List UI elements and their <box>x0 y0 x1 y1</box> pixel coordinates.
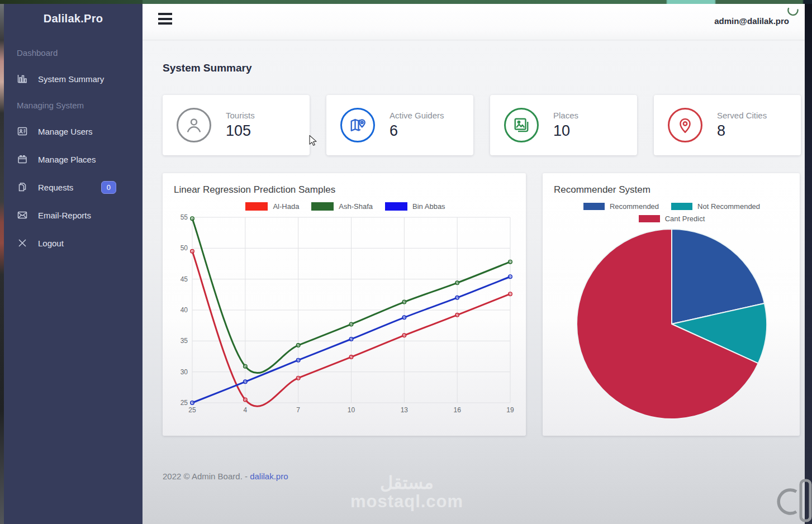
charts-row: Linear Regression Prediction Samples Al-… <box>163 173 805 436</box>
page-title: System Summary <box>163 62 805 74</box>
brand-logo: Dalilak.Pro <box>4 4 143 25</box>
svg-text:4: 4 <box>243 406 247 414</box>
pie-chart-card: Recommender System RecommendedNot Recomm… <box>543 173 800 436</box>
legend-swatch <box>245 202 268 211</box>
hamburger-menu-icon[interactable] <box>158 13 172 27</box>
requests-count-badge: 0 <box>101 181 116 194</box>
legend-swatch <box>311 202 334 211</box>
stat-label: Served Cities <box>717 111 767 120</box>
stat-value: 8 <box>717 122 767 140</box>
footer-link[interactable]: dalilak.pro <box>250 471 288 481</box>
legend-item[interactable]: Cant Predict <box>639 215 705 223</box>
sidebar-item-email-reports[interactable]: Email-Reports <box>4 201 143 229</box>
line-chart-svg: 25303540455055254710131619 <box>174 211 516 418</box>
sidebar: Dalilak.Pro Dashboard System Summary Man… <box>4 4 143 524</box>
line-chart-legend: Al-HadaAsh-ShafaBin Abbas <box>174 202 517 211</box>
user-email[interactable]: admin@dalilak.pro <box>714 16 789 26</box>
svg-text:7: 7 <box>296 406 300 414</box>
cl-watermark-logo <box>772 477 812 524</box>
dashboard-screen: Dalilak.Pro Dashboard System Summary Man… <box>0 0 812 524</box>
stat-label: Active Guiders <box>390 111 444 120</box>
svg-text:50: 50 <box>181 244 188 252</box>
right-edge-strip <box>805 0 812 524</box>
person-icon <box>177 108 211 142</box>
top-edge-strip <box>0 0 812 4</box>
svg-text:25: 25 <box>181 399 188 407</box>
sidebar-item-manage-users[interactable]: Manage Users <box>4 117 143 145</box>
legend-label: Al-Hada <box>273 202 299 211</box>
close-icon <box>17 237 28 249</box>
map-icon <box>340 108 375 142</box>
pie-chart-svg <box>554 223 790 424</box>
legend-swatch <box>639 215 660 222</box>
pin-icon <box>668 108 702 142</box>
places-icon <box>17 154 28 165</box>
sidebar-item-label: Manage Places <box>38 155 96 164</box>
images-icon <box>504 108 539 142</box>
legend-swatch <box>385 202 407 211</box>
stats-row: Tourists 105 Active Guiders 6 <box>163 95 805 155</box>
pie-chart-title: Recommender System <box>554 184 790 196</box>
stat-value: 105 <box>226 122 255 140</box>
svg-text:30: 30 <box>181 368 188 376</box>
sidebar-item-requests[interactable]: Requests 0 <box>4 173 143 201</box>
sidebar-item-label: Logout <box>38 239 64 248</box>
sidebar-item-label: System Summary <box>38 74 104 84</box>
envelope-icon <box>17 209 28 221</box>
stat-label: Tourists <box>226 111 255 120</box>
stat-card-active-guiders: Active Guiders 6 <box>326 95 473 155</box>
legend-label: Recommended <box>610 202 659 211</box>
svg-text:40: 40 <box>181 306 188 314</box>
svg-text:16: 16 <box>453 406 461 414</box>
sidebar-section-managing-system: Managing System <box>4 93 143 117</box>
legend-item[interactable]: Bin Abbas <box>385 202 445 211</box>
legend-label: Bin Abbas <box>412 202 445 211</box>
line-chart-title: Linear Regression Prediction Samples <box>174 184 517 196</box>
legend-label: Not Recommended <box>697 202 760 211</box>
stat-card-places: Places 10 <box>490 95 637 155</box>
legend-item[interactable]: Not Recommended <box>671 202 760 211</box>
stat-value: 10 <box>553 122 578 140</box>
sidebar-nav: Dashboard System Summary Managing System… <box>4 40 143 257</box>
svg-text:25: 25 <box>188 406 196 414</box>
legend-label: Ash-Shafa <box>339 202 373 211</box>
users-icon <box>17 126 28 137</box>
footer-text: 2022 © Admin Board. - <box>163 471 248 481</box>
stat-card-served-cities: Served Cities 8 <box>654 95 801 155</box>
sidebar-item-system-summary[interactable]: System Summary <box>4 65 143 93</box>
topbar: admin@dalilak.pro <box>143 4 805 40</box>
sidebar-item-label: Manage Users <box>38 127 93 136</box>
svg-text:13: 13 <box>401 406 409 414</box>
legend-swatch <box>671 203 692 210</box>
pie-chart-legend: RecommendedNot RecommendedCant Predict <box>554 202 789 223</box>
line-chart-card: Linear Regression Prediction Samples Al-… <box>163 173 526 436</box>
legend-item[interactable]: Al-Hada <box>245 202 299 211</box>
svg-text:35: 35 <box>181 337 188 345</box>
svg-text:10: 10 <box>348 406 355 414</box>
sidebar-item-logout[interactable]: Logout <box>4 229 143 257</box>
legend-label: Cant Predict <box>665 215 705 223</box>
requests-icon <box>17 182 28 193</box>
stat-value: 6 <box>390 122 444 140</box>
legend-item[interactable]: Ash-Shafa <box>311 202 373 211</box>
sidebar-item-manage-places[interactable]: Manage Places <box>4 145 143 173</box>
svg-text:55: 55 <box>181 213 188 221</box>
main-content: System Summary Tourists 105 <box>143 40 805 524</box>
stat-label: Places <box>553 111 578 120</box>
svg-text:19: 19 <box>506 406 514 414</box>
legend-swatch <box>583 203 605 210</box>
loading-crescent-icon <box>787 4 799 16</box>
sidebar-item-label: Requests <box>38 183 73 192</box>
stat-card-tourists: Tourists 105 <box>163 95 310 155</box>
sidebar-section-dashboard: Dashboard <box>4 40 143 65</box>
svg-text:45: 45 <box>181 275 188 283</box>
footer: 2022 © Admin Board. - dalilak.pro <box>163 471 805 481</box>
sidebar-item-label: Email-Reports <box>38 211 91 220</box>
left-edge-strip <box>0 4 4 524</box>
bar-chart-icon <box>17 73 28 84</box>
legend-item[interactable]: Recommended <box>583 202 659 211</box>
